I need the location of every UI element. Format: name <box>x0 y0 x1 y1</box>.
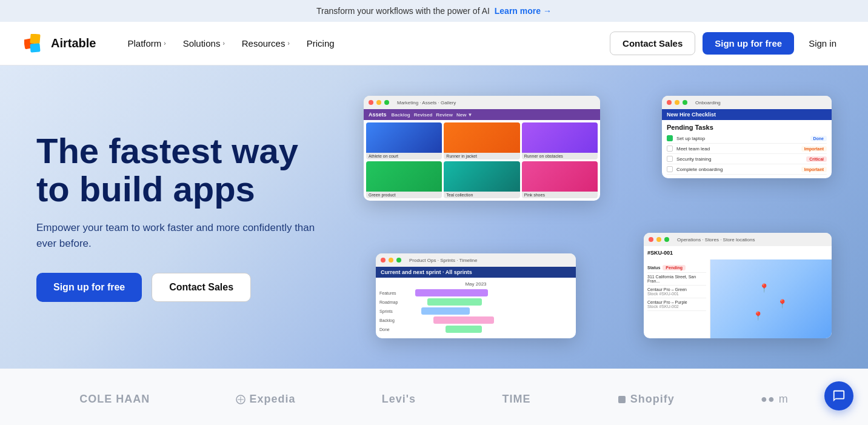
timeline-row: Roadmap <box>379 298 572 306</box>
nav-item-pricing[interactable]: Pricing <box>299 33 342 53</box>
gallery-image <box>522 161 598 192</box>
gallery-card: Runner in jacket <box>444 122 519 159</box>
nav-item-solutions[interactable]: Solutions › <box>176 33 232 53</box>
brand-logo-levis: Levi's <box>382 393 416 406</box>
checklist-item: Set up laptop Done <box>667 133 827 144</box>
gallery-image <box>366 161 442 192</box>
gallery-image <box>366 122 442 153</box>
checklist-item: Meet team lead Important <box>667 144 827 154</box>
minimize-dot <box>656 237 661 242</box>
window-titlebar: Marketing · Assets · Gallery <box>364 96 600 109</box>
checklist-header: New Hire Checklist <box>662 109 832 120</box>
expand-dot <box>384 100 389 105</box>
logo-text: Airtable <box>51 36 96 50</box>
banner-link[interactable]: Learn more → <box>495 6 552 16</box>
logo[interactable]: Airtable <box>24 34 96 53</box>
timeline-body: May 2023 Features Roadmap Sprints Backlo… <box>376 278 576 338</box>
sku-title: #SKU-001 <box>644 246 832 259</box>
sidebar-item: Centaur Pro – Purple Stock #SKU-002 <box>647 298 706 311</box>
map-window: Operations · Stores · Store locations #S… <box>644 233 832 338</box>
chat-button[interactable] <box>824 381 853 410</box>
gallery-tabs: Backlog Revised Review New ▼ <box>392 112 473 118</box>
checklist-item: Security training Critical <box>667 154 827 164</box>
gallery-card: Runner on obstacles <box>522 122 598 159</box>
map-visual: 📍 📍 📍 <box>710 259 832 338</box>
hero-title: The fastest way to build apps <box>36 132 352 208</box>
map-pin: 📍 <box>777 299 787 309</box>
timeline-bar <box>427 298 482 306</box>
banner-text: Transform your workflows with the power … <box>316 6 490 16</box>
brand-logo-time: TIME <box>502 393 530 406</box>
timeline-row: Done <box>379 326 572 333</box>
checkbox <box>667 156 673 162</box>
map-sidebar: Status Pending 311 California Street, Sa… <box>644 259 710 338</box>
checklist-item: Complete onboarding Important <box>667 164 827 175</box>
close-dot <box>667 100 672 105</box>
gallery-image <box>522 122 598 153</box>
minimize-dot <box>376 100 381 105</box>
svg-rect-4 <box>618 396 626 403</box>
gallery-card: Green product <box>366 161 442 198</box>
window-title: Marketing · Assets · Gallery <box>397 100 456 105</box>
window-titlebar: Onboarding <box>662 96 832 109</box>
window-title: Product Ops · Sprints · Timeline <box>409 258 478 263</box>
shopify-icon <box>617 395 627 404</box>
gallery-grid: Athlete on court Runner in jacket Runner… <box>364 120 600 201</box>
svg-rect-1 <box>30 34 40 44</box>
svg-rect-2 <box>30 43 40 52</box>
window-titlebar: Operations · Stores · Store locations <box>644 233 832 246</box>
timeline-bar <box>446 326 482 333</box>
brand-logo-expedia: Expedia <box>236 393 295 406</box>
nav-item-platform[interactable]: Platform › <box>120 33 173 53</box>
nav-item-resources[interactable]: Resources › <box>235 33 297 53</box>
checklist-window: Onboarding New Hire Checklist Pending Ta… <box>662 96 832 178</box>
sidebar-item: Status Pending <box>647 263 706 273</box>
window-titlebar: Product Ops · Sprints · Timeline <box>376 253 576 267</box>
sidebar-item: 311 California Street, San Fran... <box>647 273 706 286</box>
gallery-card: Pink shoes <box>522 161 598 198</box>
gallery-image <box>444 161 519 192</box>
gallery-card: Teal collection <box>444 161 519 198</box>
gallery-card: Athlete on court <box>366 122 442 159</box>
map-pin: 📍 <box>753 311 763 321</box>
expand-dot <box>664 237 669 242</box>
expand-dot <box>396 258 401 263</box>
timeline-bar <box>421 307 470 315</box>
hero-signup-button[interactable]: Sign up for free <box>36 273 142 302</box>
top-banner: Transform your workflows with the power … <box>0 0 868 22</box>
checkbox <box>667 166 673 172</box>
close-dot <box>381 258 386 263</box>
navbar: Airtable Platform › Solutions › Resource… <box>0 22 868 65</box>
checklist-body: Pending Tasks Set up laptop Done Meet te… <box>662 120 832 178</box>
checkbox <box>667 146 673 152</box>
timeline-bar <box>433 316 494 324</box>
hero-buttons: Sign up for free Contact Sales <box>36 273 352 302</box>
map-body: Status Pending 311 California Street, Sa… <box>644 259 832 338</box>
gallery-window: Marketing · Assets · Gallery Assets Back… <box>364 96 600 201</box>
brand-logo-other: ●● m <box>761 393 789 406</box>
chat-icon <box>832 389 846 403</box>
sidebar-item: Centaur Pro – Green Stock #SKU-001 <box>647 286 706 298</box>
gallery-image <box>444 122 519 153</box>
close-dot <box>649 237 653 242</box>
checkbox <box>667 135 673 141</box>
hero-visuals: Marketing · Assets · Gallery Assets Back… <box>364 90 832 344</box>
minimize-dot <box>675 100 679 105</box>
close-dot <box>369 100 373 105</box>
hero-contact-button[interactable]: Contact Sales <box>152 273 251 302</box>
expedia-icon <box>236 395 245 404</box>
timeline-row: Sprints <box>379 307 572 315</box>
timeline-header: Current and next sprint · All sprints <box>376 267 576 278</box>
hero-content: The fastest way to build apps Empower yo… <box>36 132 352 302</box>
timeline-bar <box>415 289 488 296</box>
sign-in-button[interactable]: Sign in <box>801 32 844 55</box>
timeline-row: Features <box>379 289 572 296</box>
nav-right: Contact Sales Sign up for free Sign in <box>610 32 844 55</box>
contact-sales-button[interactable]: Contact Sales <box>610 32 695 55</box>
chevron-icon: › <box>164 40 165 47</box>
window-title: Operations · Stores · Store locations <box>677 237 755 243</box>
minimize-dot <box>389 258 393 263</box>
chevron-icon: › <box>222 40 224 47</box>
sign-up-button[interactable]: Sign up for free <box>703 32 794 55</box>
window-title: Onboarding <box>695 100 721 105</box>
